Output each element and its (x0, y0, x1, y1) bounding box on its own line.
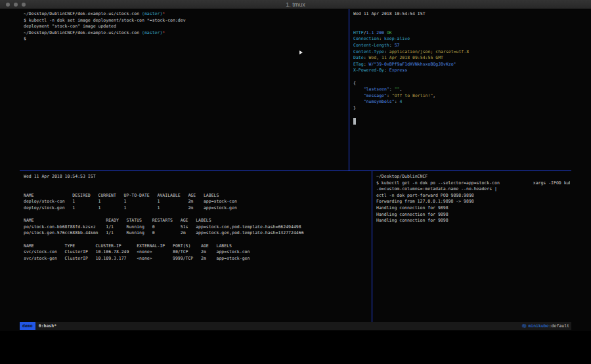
terminal-line (24, 180, 369, 187)
terminal-line: ETag: W/"39-0xBPf9aF1dXVNkhsxoBQgJ8vKzo" (353, 62, 570, 68)
terminal-line: Handling connection for 9898 (376, 212, 570, 218)
tmux-status-bar: demo 0:bash* Ⓜ minikube:default (20, 322, 571, 330)
terminal-line: $ (24, 36, 347, 43)
terminal-line: po/stock-con-bb68f88fd-kzsxz 1/1 Running… (24, 224, 369, 231)
mouse-pointer (299, 51, 303, 54)
window-title: 1. tmux (0, 0, 591, 9)
tmux-window-tab[interactable]: 0:bash* (39, 322, 56, 330)
terminal-line: X-Powered-By: Express (353, 68, 570, 74)
terminal-line: Handling connection for 9898 (376, 205, 570, 212)
terminal-line: po/stock-gen-576cc688bb-44kmn 1/1 Runnin… (24, 230, 369, 237)
terminal-line: NAME DESIRED CURRENT UP-TO-DATE AVAILABL… (24, 193, 369, 199)
terminal-line (24, 237, 369, 243)
tmux-status-left: demo 0:bash* (20, 322, 56, 330)
tmux-status-right: Ⓜ minikube:default (522, 322, 571, 330)
terminal-line: $ kubectl -n dok set image deployment/st… (24, 18, 347, 24)
tmux-pane-border-vertical-top (349, 9, 349, 171)
terminal-line: Content-Length: 57 (353, 43, 570, 49)
terminal-line: ectl -n dok port-forward POD 9898:9898 (376, 193, 570, 199)
kube-cluster-label: minikube (528, 322, 548, 330)
terminal-window: 1. tmux ~/Desktop/DublinCNCF/dok-example… (0, 0, 591, 331)
terminal-line: deploy/stock-con 1 1 1 1 2m app=stock-co… (24, 199, 369, 205)
terminal-line: Content-Type: application/json; charset=… (353, 49, 570, 56)
terminal-line: svc/stock-gen ClusterIP 10.109.3.177 <no… (24, 256, 369, 262)
terminal-line: Forwarding from 127.0.0.1:9898 -> 9898 (376, 199, 570, 205)
terminal-line: "message": "Off to Berlin!", (353, 93, 570, 100)
terminal-line (24, 186, 369, 193)
kubernetes-minikube-icon: Ⓜ (522, 322, 527, 330)
terminal-line: "numsymbols": 4 (353, 99, 570, 106)
terminal-line: HTTP/1.1 200 OK (353, 30, 570, 37)
terminal-line: "lastseen": "", (353, 87, 570, 93)
terminal-cursor (353, 118, 356, 125)
terminal-line: ~/Desktop/DublinCNCF (376, 174, 570, 180)
terminal-line: -o=custom-columns=:metadata.name --no-he… (376, 186, 570, 193)
terminal-line: ~/Desktop/DublinCNCF/dok-example-us/stoc… (24, 30, 347, 37)
terminal-line: ~/Desktop/DublinCNCF/dok-example-us/stoc… (24, 11, 347, 18)
terminal-line: deployment "stock-con" image updated (24, 24, 347, 30)
terminal-line: Handling connection for 9898 (376, 218, 570, 224)
terminal-line: NAME READY STATUS RESTARTS AGE LABELS (24, 218, 369, 224)
tmux-session-name[interactable]: demo (20, 322, 35, 330)
terminal-line: Date: Wed, 11 Apr 2018 09:54:55 GMT (353, 55, 570, 62)
tmux-pane-border-vertical-bottom (372, 171, 372, 322)
terminal-line: $ kubectl get -n dok po --selector=app=s… (376, 180, 570, 187)
pane-shell-set-image[interactable]: ~/Desktop/DublinCNCF/dok-example-us/stoc… (24, 11, 347, 169)
terminal-line: NAME TYPE CLUSTER-IP EXTERNAL-IP PORT(S)… (24, 243, 369, 250)
tmux-pane-border-horizontal (20, 171, 571, 171)
terminal-line: { (353, 81, 570, 87)
terminal-line (353, 18, 570, 24)
terminal-line (353, 118, 570, 125)
terminal-line: svc/stock-con ClusterIP 10.106.78.249 <n… (24, 249, 369, 256)
terminal-line: deploy/stock-gen 1 1 1 1 2m app=stock-ge… (24, 205, 369, 212)
pane-http-response[interactable]: Wed 11 Apr 2018 10:54:54 IST HTTP/1.1 20… (353, 11, 570, 169)
terminal-line: } (353, 106, 570, 112)
terminal-line: Wed 11 Apr 2018 10:54:54 IST (353, 11, 570, 18)
kube-namespace-label: :default (549, 322, 569, 330)
terminal-line (24, 212, 369, 218)
desktop: 1. tmux ~/Desktop/DublinCNCF/dok-example… (0, 0, 591, 364)
terminal-line (353, 24, 570, 30)
terminal-line (353, 112, 570, 119)
terminal-line: Connection: keep-alive (353, 36, 570, 43)
window-titlebar: 1. tmux (0, 0, 591, 9)
pane-port-forward[interactable]: ~/Desktop/DublinCNCF$ kubectl get -n dok… (376, 174, 570, 321)
pane-kubectl-resources[interactable]: Wed 11 Apr 2018 10:54:53 IST NAME DESIRE… (24, 174, 369, 321)
terminal-line (353, 74, 570, 81)
terminal-line: Wed 11 Apr 2018 10:54:53 IST (24, 174, 369, 180)
